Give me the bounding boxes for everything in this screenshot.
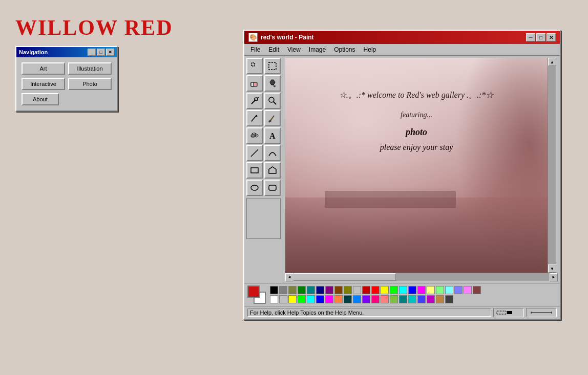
scroll-up-button[interactable]: ▲ xyxy=(548,58,556,66)
color-cyan2[interactable] xyxy=(307,295,315,303)
color-blue2[interactable] xyxy=(316,295,324,303)
tool-curve[interactable] xyxy=(264,145,281,161)
color-green2[interactable] xyxy=(298,295,306,303)
paint-maximize-button[interactable]: □ xyxy=(536,33,545,41)
tool-eyedropper[interactable] xyxy=(246,93,263,109)
tool-magnify[interactable] xyxy=(264,93,281,109)
color-brown[interactable] xyxy=(334,286,343,294)
color-black[interactable] xyxy=(270,286,278,294)
tool-line[interactable] xyxy=(246,145,263,161)
color-red[interactable] xyxy=(371,286,380,294)
color-hot-pink[interactable] xyxy=(371,295,380,303)
menu-view[interactable]: View xyxy=(283,45,305,54)
color-orange[interactable] xyxy=(334,295,343,303)
color-white[interactable] xyxy=(270,295,278,303)
svg-line-20 xyxy=(251,149,258,157)
color-dark-gray[interactable] xyxy=(279,286,287,294)
scroll-down-button[interactable]: ▼ xyxy=(548,264,556,273)
tool-pencil[interactable] xyxy=(246,110,263,126)
palette-colors xyxy=(270,286,481,303)
color-salmon[interactable] xyxy=(381,295,389,303)
about-button[interactable]: About xyxy=(22,93,59,105)
paint-minimize-button[interactable]: ─ xyxy=(526,33,535,41)
color-charcoal[interactable] xyxy=(445,295,453,303)
nav-close-button[interactable]: ✕ xyxy=(106,49,114,56)
interactive-button[interactable]: Interactive xyxy=(22,78,65,90)
tool-rect[interactable] xyxy=(246,162,263,179)
color-sky-blue[interactable] xyxy=(353,295,361,303)
svg-rect-24 xyxy=(269,185,276,190)
color-light-gray[interactable] xyxy=(353,286,361,294)
color-olive[interactable] xyxy=(344,286,352,294)
status-coords-box xyxy=(493,308,524,317)
art-button[interactable]: Art xyxy=(22,62,65,75)
tool-text[interactable]: A xyxy=(264,127,281,144)
color-blue[interactable] xyxy=(408,286,416,294)
tool-rect-select[interactable] xyxy=(264,58,281,74)
color-light-blue[interactable] xyxy=(454,286,463,294)
vertical-scrollbar[interactable]: ▲ ▼ xyxy=(548,58,556,273)
canvas-area: ☆.。.:* welcome to Red's web gallery .。.:… xyxy=(283,56,560,283)
color-teal-dark[interactable] xyxy=(307,286,315,294)
color-dark-red[interactable] xyxy=(362,286,370,294)
horizontal-scrollbar[interactable]: ◄ ► xyxy=(285,273,558,281)
scroll-right-button[interactable]: ► xyxy=(550,273,558,281)
color-lime[interactable] xyxy=(390,286,398,294)
color-tan[interactable] xyxy=(436,295,444,303)
color-light-yellow[interactable] xyxy=(427,286,435,294)
scroll-left-button[interactable]: ◄ xyxy=(285,273,293,281)
color-navy[interactable] xyxy=(316,286,324,294)
tool-fill[interactable] xyxy=(264,75,281,92)
canvas-content[interactable]: ☆.。.:* welcome to Red's web gallery .。.:… xyxy=(285,58,548,273)
tool-rounded-rect[interactable] xyxy=(264,180,281,196)
color-green-dark[interactable] xyxy=(298,286,306,294)
color-dark-teal[interactable] xyxy=(344,295,352,303)
illustration-button[interactable]: Illustration xyxy=(68,62,112,75)
about-btn-row: About xyxy=(22,93,112,105)
photo-button[interactable]: Photo xyxy=(68,78,112,90)
color-cyan[interactable] xyxy=(399,286,407,294)
foreground-color-box[interactable] xyxy=(247,285,260,298)
color-light-green[interactable] xyxy=(436,286,444,294)
paint-title-label: red's world - Paint xyxy=(261,34,314,41)
nav-minimize-button[interactable]: _ xyxy=(88,49,96,56)
hscroll-track[interactable] xyxy=(293,273,550,281)
color-purple[interactable] xyxy=(325,286,333,294)
color-purple2[interactable] xyxy=(427,295,435,303)
color-yellow[interactable] xyxy=(381,286,389,294)
color-yellow-green[interactable] xyxy=(390,295,398,303)
menu-help[interactable]: Help xyxy=(360,45,381,54)
tool-brush[interactable] xyxy=(264,110,281,126)
photo-text: photo xyxy=(299,127,535,138)
menu-options[interactable]: Options xyxy=(330,45,359,54)
nav-maximize-button[interactable]: □ xyxy=(97,49,105,56)
featuring-text: featuring... xyxy=(299,111,535,119)
tool-polygon[interactable] xyxy=(264,162,281,179)
color-teal2[interactable] xyxy=(399,295,407,303)
menu-file[interactable]: File xyxy=(246,45,264,54)
menu-edit[interactable]: Edit xyxy=(264,45,283,54)
color-dark-brown[interactable] xyxy=(473,286,481,294)
nav-window: Navigation _ □ ✕ Art Illustration Intera… xyxy=(15,46,118,112)
color-olive-dark[interactable] xyxy=(288,286,297,294)
tool-airbrush[interactable] xyxy=(246,127,263,144)
color-violet[interactable] xyxy=(362,295,370,303)
scroll-track[interactable] xyxy=(548,66,556,264)
color-light-magenta[interactable] xyxy=(464,286,472,294)
color-magenta[interactable] xyxy=(417,286,426,294)
color-turquoise[interactable] xyxy=(408,295,416,303)
color-silver[interactable] xyxy=(279,295,287,303)
color-magenta2[interactable] xyxy=(325,295,333,303)
svg-line-8 xyxy=(251,115,257,121)
menu-image[interactable]: Image xyxy=(305,45,330,54)
color-periwinkle[interactable] xyxy=(417,295,426,303)
hscroll-thumb[interactable] xyxy=(293,273,396,281)
color-yellow2[interactable] xyxy=(288,295,297,303)
paint-close-button[interactable]: ✕ xyxy=(547,33,556,41)
paint-titlebar-buttons: ─ □ ✕ xyxy=(526,33,556,41)
tool-eraser[interactable] xyxy=(246,75,263,92)
tool-free-select[interactable] xyxy=(246,58,263,74)
color-light-cyan[interactable] xyxy=(445,286,453,294)
tool-ellipse[interactable] xyxy=(246,180,263,196)
status-right xyxy=(493,308,557,317)
